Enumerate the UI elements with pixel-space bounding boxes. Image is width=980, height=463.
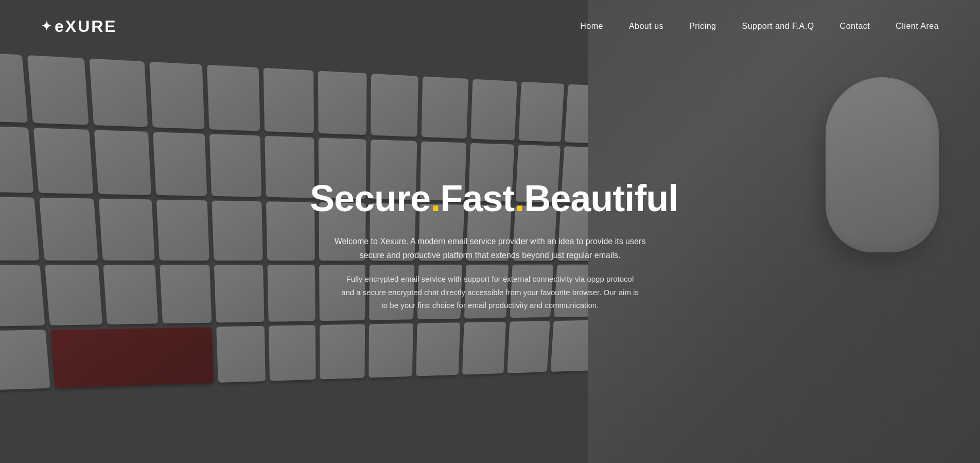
nav-links: Home About us Pricing Support and F.A.Q … [580,22,939,31]
headline-part2: Fast [440,177,514,218]
hero-content: Secure.Fast.Beautiful Welcome to Xexure.… [310,178,670,312]
hero-section: ✦ eXURE Home About us Pricing Support an… [0,0,980,463]
dot2: . [514,177,524,218]
logo-text: eXURE [55,17,117,36]
hero-subtitle-2: Fully encrypted email service with suppo… [341,272,639,312]
navigation: ✦ eXURE Home About us Pricing Support an… [0,0,980,53]
nav-contact[interactable]: Contact [840,22,870,30]
nav-support[interactable]: Support and F.A.Q [742,22,814,30]
nav-client-area[interactable]: Client Area [896,22,939,30]
nav-home[interactable]: Home [580,22,603,30]
logo-icon: ✦ [41,19,52,33]
hero-subtitle-1: Welcome to Xexure. A modern email servic… [330,234,650,262]
logo-link[interactable]: ✦ eXURE [41,17,117,36]
dot1: . [430,177,440,218]
hero-headline: Secure.Fast.Beautiful [310,178,670,218]
headline-part1: Secure [310,177,430,218]
nav-about[interactable]: About us [629,22,663,30]
nav-pricing[interactable]: Pricing [689,22,716,30]
headline-part3: Beautiful [524,177,678,218]
